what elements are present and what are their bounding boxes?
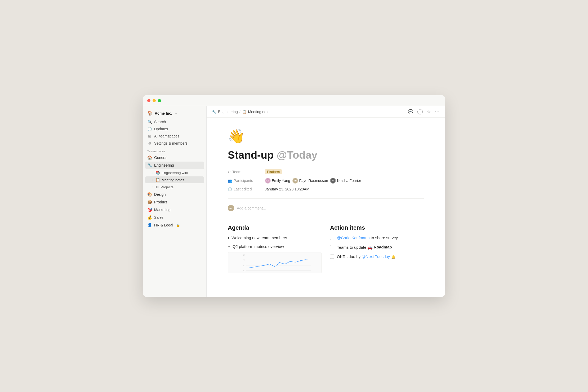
info-icon[interactable]: i — [417, 109, 423, 114]
team-badge[interactable]: Platform — [265, 169, 282, 174]
page-emoji: 👋 — [228, 128, 424, 144]
agenda-item-1: ▼ Q2 platform metrics overview — [228, 244, 322, 250]
action-item-2: OKRs due by @Next Tuesday 🔔 — [330, 254, 424, 260]
maximize-button[interactable] — [158, 99, 161, 102]
breadcrumb-page-label: Meeting notes — [248, 110, 271, 114]
teamspaces-section-label: Teamspaces — [145, 147, 204, 154]
lock-icon: 🔒 — [176, 224, 180, 227]
app-body: 🏠 Acme Inc. ⌄ 🔍 Search 🕐 Updates ⊞ All t… — [143, 106, 445, 297]
comment-placeholder[interactable]: Add a comment... — [237, 206, 266, 210]
clock-edited-icon: 🕐 — [228, 187, 232, 191]
prop-row-team: ⊙ Team Platform — [228, 168, 424, 176]
content-grid: Agenda Welcoming new team members ▼ Q2 p… — [228, 224, 424, 273]
car-icon: 🚗 — [367, 244, 373, 251]
sidebar-item-general-label: General — [154, 155, 167, 160]
prop-value-last-edited: January 23, 2023 10:28AM — [265, 187, 309, 191]
sidebar-item-engineering-wiki-label: Engineering wiki — [162, 171, 188, 175]
sidebar-item-hr-legal[interactable]: 👤 HR & Legal 🔒 — [145, 221, 204, 229]
gear-icon: ⚙ — [147, 141, 152, 145]
prop-label-last-edited-text: Last edited — [234, 187, 252, 191]
svg-text:30: 30 — [243, 259, 245, 261]
reminder-icon: 🔔 — [391, 255, 395, 259]
divider-top — [228, 198, 424, 199]
sidebar-item-search[interactable]: 🔍 Search — [145, 118, 204, 125]
checkbox-1[interactable] — [330, 245, 334, 249]
home-icon: 🏠 — [147, 155, 152, 160]
svg-text:KF: KF — [332, 180, 335, 182]
breadcrumb-engineering-icon: 🔧 — [212, 110, 216, 114]
sidebar-item-marketing[interactable]: 🎯 Marketing — [145, 206, 204, 213]
notes-icon: 📋 — [155, 178, 160, 182]
comment-bar[interactable]: FR Add a comment... — [228, 203, 424, 213]
sidebar-item-design[interactable]: 🎨 Design — [145, 191, 204, 198]
target-icon: 🎯 — [147, 207, 152, 212]
sidebar-item-hr-label: HR & Legal — [154, 223, 173, 227]
agenda-title: Agenda — [228, 224, 322, 231]
action-item-0-text: @Carlo Kaufmann to share survey — [337, 235, 398, 241]
svg-point-17 — [289, 261, 291, 262]
mention-carlo: @Carlo Kaufmann — [337, 235, 370, 240]
clock-icon: 🕐 — [147, 127, 152, 131]
sidebar-item-projects[interactable]: › ⚙ Projects — [145, 184, 204, 190]
svg-text:10: 10 — [243, 270, 245, 271]
action-items-title: Action items — [330, 224, 424, 231]
breadcrumb: 🔧 Engineering / 📋 Meeting notes — [212, 110, 271, 114]
workspace-name: Acme Inc. — [155, 111, 172, 115]
chevron-projects-icon: › — [153, 186, 153, 189]
minimize-button[interactable] — [153, 99, 156, 102]
mention-next-tuesday: @Next Tuesday — [362, 254, 390, 259]
sidebar-item-projects-label: Projects — [161, 185, 173, 189]
sidebar-item-meeting-notes-label: Meeting notes — [162, 178, 184, 182]
agenda-section: Agenda Welcoming new team members ▼ Q2 p… — [228, 224, 322, 273]
breadcrumb-engineering-label: Engineering — [218, 110, 238, 114]
chart-preview: ··· 40 30 20 10 — [228, 252, 322, 273]
workspace-header[interactable]: 🏠 Acme Inc. ⌄ — [145, 109, 204, 117]
sidebar-item-all-teamspaces[interactable]: ⊞ All teamspaces — [145, 133, 204, 140]
action-item-2-prefix: OKRs due by — [337, 254, 362, 259]
sidebar-item-general[interactable]: 🏠 General — [145, 154, 204, 161]
toggle-triangle-icon[interactable]: ▼ — [228, 245, 230, 249]
avatar-faye: FR — [292, 178, 298, 184]
prop-label-team: ⊙ Team — [228, 170, 265, 174]
agenda-item-0-text: Welcoming new team members — [231, 235, 287, 241]
checkbox-2[interactable] — [330, 255, 334, 259]
breadcrumb-separator: / — [239, 110, 240, 114]
participant-faye: FR Faye Rasmusson — [292, 178, 328, 184]
checkbox-0[interactable] — [330, 236, 334, 240]
topbar-actions: 💬 i ☆ ··· — [408, 109, 440, 114]
person-icon: 👤 — [147, 223, 152, 228]
sidebar-item-meeting-notes[interactable]: › 📋 Meeting notes — [145, 176, 204, 183]
breadcrumb-page-icon: 📋 — [242, 110, 247, 114]
topbar: 🔧 Engineering / 📋 Meeting notes 💬 i ☆ ··… — [207, 106, 445, 118]
close-button[interactable] — [147, 99, 150, 102]
roadmap-label: Roadmap — [374, 244, 392, 250]
sidebar-item-sales[interactable]: 💰 Sales — [145, 214, 204, 221]
more-options-icon[interactable]: ··· — [435, 109, 440, 114]
svg-text:FR: FR — [294, 180, 297, 182]
comment-icon[interactable]: 💬 — [408, 109, 413, 114]
sidebar-item-engineering[interactable]: 🔧 Engineering — [145, 162, 204, 169]
sidebar-item-product[interactable]: 📦 Product — [145, 198, 204, 206]
prop-row-last-edited: 🕐 Last edited January 23, 2023 10:28AM — [228, 185, 424, 193]
page-title-main: Stand-up — [228, 149, 274, 161]
sidebar-item-settings[interactable]: ⚙ Settings & members — [145, 140, 204, 147]
wrench-icon: 🔧 — [147, 163, 152, 168]
star-icon[interactable]: ☆ — [427, 109, 431, 114]
svg-text:EY: EY — [266, 180, 269, 182]
svg-text:20: 20 — [243, 265, 245, 266]
main-content: 🔧 Engineering / 📋 Meeting notes 💬 i ☆ ··… — [207, 106, 445, 297]
prop-value-team: Platform — [265, 169, 282, 174]
comment-user-avatar: FR — [228, 205, 234, 211]
chevron-right-icon: › — [153, 171, 153, 174]
sidebar-item-updates[interactable]: 🕐 Updates — [145, 126, 204, 132]
app-window: 🏠 Acme Inc. ⌄ 🔍 Search 🕐 Updates ⊞ All t… — [143, 95, 445, 297]
properties-section: ⊙ Team Platform 👥 Participants — [228, 168, 424, 193]
action-item-1-prefix: Teams to update — [337, 245, 367, 250]
page-title-mention: @Today — [277, 149, 317, 161]
svg-text:FR: FR — [229, 207, 233, 210]
sidebar-item-engineering-wiki[interactable]: › 📚 Engineering wiki — [145, 169, 204, 176]
book-icon: 📚 — [155, 171, 160, 175]
team-icon: ⊙ — [228, 170, 231, 174]
avatar-emily: EY — [265, 178, 271, 184]
sidebar-item-design-label: Design — [154, 192, 166, 197]
